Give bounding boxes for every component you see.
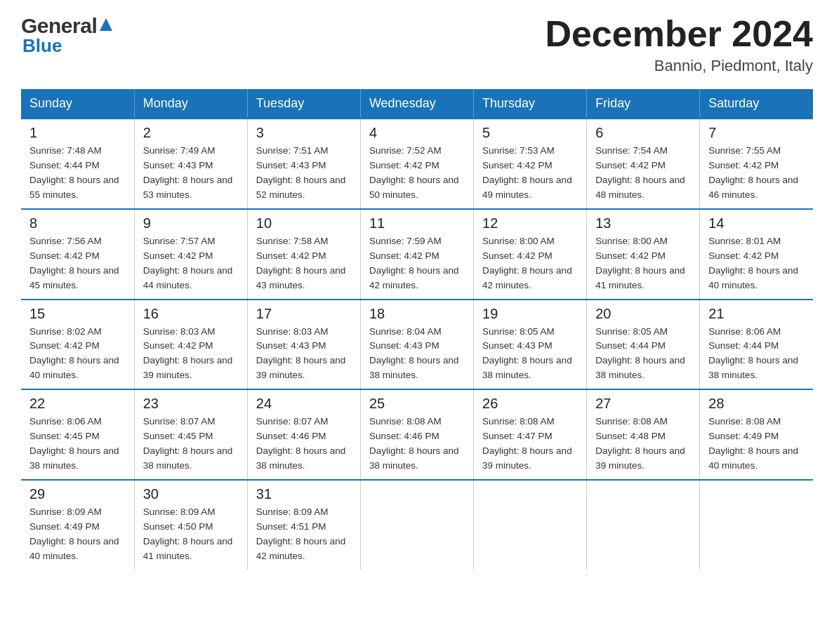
header-sunday: Sunday <box>21 89 134 119</box>
day-number: 25 <box>369 396 465 412</box>
day-info: Sunrise: 7:59 AM Sunset: 4:42 PM Dayligh… <box>369 234 465 293</box>
day-info: Sunrise: 8:06 AM Sunset: 4:45 PM Dayligh… <box>29 415 126 474</box>
table-row: 7 Sunrise: 7:55 AM Sunset: 4:42 PM Dayli… <box>700 119 813 209</box>
logo-flag-icon <box>97 20 114 33</box>
day-number: 3 <box>256 125 352 141</box>
day-info: Sunrise: 7:57 AM Sunset: 4:42 PM Dayligh… <box>143 234 239 293</box>
table-row: 24 Sunrise: 8:07 AM Sunset: 4:46 PM Dayl… <box>247 389 360 480</box>
day-info: Sunrise: 8:09 AM Sunset: 4:50 PM Dayligh… <box>143 505 239 564</box>
day-info: Sunrise: 8:07 AM Sunset: 4:45 PM Dayligh… <box>143 415 239 474</box>
table-row <box>360 480 473 570</box>
day-number: 13 <box>595 215 691 232</box>
day-info: Sunrise: 7:55 AM Sunset: 4:42 PM Dayligh… <box>708 144 805 203</box>
day-info: Sunrise: 7:49 AM Sunset: 4:43 PM Dayligh… <box>143 144 239 203</box>
day-info: Sunrise: 7:54 AM Sunset: 4:42 PM Dayligh… <box>595 144 691 203</box>
table-row <box>474 480 587 570</box>
day-number: 21 <box>708 306 805 322</box>
day-info: Sunrise: 8:08 AM Sunset: 4:48 PM Dayligh… <box>595 415 691 474</box>
day-number: 29 <box>29 486 126 502</box>
table-row: 27 Sunrise: 8:08 AM Sunset: 4:48 PM Dayl… <box>587 389 700 480</box>
day-info: Sunrise: 8:08 AM Sunset: 4:47 PM Dayligh… <box>482 415 578 474</box>
day-number: 28 <box>708 396 805 412</box>
table-row: 10 Sunrise: 7:58 AM Sunset: 4:42 PM Dayl… <box>247 209 360 300</box>
day-number: 2 <box>143 125 239 141</box>
table-row: 26 Sunrise: 8:08 AM Sunset: 4:47 PM Dayl… <box>474 389 587 480</box>
table-row: 6 Sunrise: 7:54 AM Sunset: 4:42 PM Dayli… <box>587 119 700 209</box>
page-header: General Blue December 2024 Bannio, Piedm… <box>21 14 813 75</box>
day-number: 30 <box>143 486 239 502</box>
table-row: 5 Sunrise: 7:53 AM Sunset: 4:42 PM Dayli… <box>474 119 587 209</box>
day-info: Sunrise: 8:03 AM Sunset: 4:43 PM Dayligh… <box>256 325 352 384</box>
day-info: Sunrise: 7:48 AM Sunset: 4:44 PM Dayligh… <box>29 144 126 203</box>
day-info: Sunrise: 7:58 AM Sunset: 4:42 PM Dayligh… <box>256 234 352 293</box>
day-info: Sunrise: 8:01 AM Sunset: 4:42 PM Dayligh… <box>708 234 805 293</box>
table-row <box>700 480 813 570</box>
location-text: Bannio, Piedmont, Italy <box>545 57 813 75</box>
table-row: 14 Sunrise: 8:01 AM Sunset: 4:42 PM Dayl… <box>700 209 813 300</box>
day-info: Sunrise: 7:53 AM Sunset: 4:42 PM Dayligh… <box>482 144 578 203</box>
day-number: 20 <box>595 306 691 322</box>
table-row: 25 Sunrise: 8:08 AM Sunset: 4:46 PM Dayl… <box>360 389 473 480</box>
svg-marker-0 <box>100 18 112 31</box>
table-row: 23 Sunrise: 8:07 AM Sunset: 4:45 PM Dayl… <box>134 389 247 480</box>
title-block: December 2024 Bannio, Piedmont, Italy <box>545 14 813 75</box>
day-number: 19 <box>482 306 578 322</box>
day-info: Sunrise: 8:08 AM Sunset: 4:46 PM Dayligh… <box>369 415 465 474</box>
day-info: Sunrise: 8:05 AM Sunset: 4:44 PM Dayligh… <box>595 325 691 384</box>
table-row <box>587 480 700 570</box>
table-row: 15 Sunrise: 8:02 AM Sunset: 4:42 PM Dayl… <box>21 300 134 390</box>
day-number: 12 <box>482 215 578 232</box>
header-saturday: Saturday <box>700 89 813 119</box>
table-row: 21 Sunrise: 8:06 AM Sunset: 4:44 PM Dayl… <box>700 300 813 390</box>
table-row: 4 Sunrise: 7:52 AM Sunset: 4:42 PM Dayli… <box>360 119 473 209</box>
table-row: 19 Sunrise: 8:05 AM Sunset: 4:43 PM Dayl… <box>474 300 587 390</box>
day-info: Sunrise: 8:04 AM Sunset: 4:43 PM Dayligh… <box>369 325 465 384</box>
day-number: 7 <box>708 125 805 141</box>
day-number: 18 <box>369 306 465 322</box>
day-number: 31 <box>256 486 352 502</box>
day-number: 4 <box>369 125 465 141</box>
day-info: Sunrise: 8:00 AM Sunset: 4:42 PM Dayligh… <box>482 234 578 293</box>
day-info: Sunrise: 8:07 AM Sunset: 4:46 PM Dayligh… <box>256 415 352 474</box>
calendar-table: Sunday Monday Tuesday Wednesday Thursday… <box>21 89 813 569</box>
table-row: 9 Sunrise: 7:57 AM Sunset: 4:42 PM Dayli… <box>134 209 247 300</box>
day-info: Sunrise: 8:00 AM Sunset: 4:42 PM Dayligh… <box>595 234 691 293</box>
calendar-body: 1 Sunrise: 7:48 AM Sunset: 4:44 PM Dayli… <box>21 119 813 569</box>
logo-blue-text: Blue <box>22 35 62 56</box>
table-row: 18 Sunrise: 8:04 AM Sunset: 4:43 PM Dayl… <box>360 300 473 390</box>
table-row: 29 Sunrise: 8:09 AM Sunset: 4:49 PM Dayl… <box>21 480 134 570</box>
header-wednesday: Wednesday <box>360 89 473 119</box>
day-info: Sunrise: 7:52 AM Sunset: 4:42 PM Dayligh… <box>369 144 465 203</box>
day-info: Sunrise: 8:02 AM Sunset: 4:42 PM Dayligh… <box>29 325 126 384</box>
header-monday: Monday <box>134 89 247 119</box>
calendar-header: Sunday Monday Tuesday Wednesday Thursday… <box>21 89 813 119</box>
day-info: Sunrise: 8:08 AM Sunset: 4:49 PM Dayligh… <box>708 415 805 474</box>
day-number: 9 <box>143 215 239 232</box>
table-row: 16 Sunrise: 8:03 AM Sunset: 4:42 PM Dayl… <box>134 300 247 390</box>
day-number: 23 <box>143 396 239 412</box>
table-row: 22 Sunrise: 8:06 AM Sunset: 4:45 PM Dayl… <box>21 389 134 480</box>
day-number: 26 <box>482 396 578 412</box>
table-row: 30 Sunrise: 8:09 AM Sunset: 4:50 PM Dayl… <box>134 480 247 570</box>
day-number: 27 <box>595 396 691 412</box>
day-info: Sunrise: 8:03 AM Sunset: 4:42 PM Dayligh… <box>143 325 239 384</box>
day-number: 16 <box>143 306 239 322</box>
table-row: 11 Sunrise: 7:59 AM Sunset: 4:42 PM Dayl… <box>360 209 473 300</box>
day-number: 10 <box>256 215 352 232</box>
day-info: Sunrise: 8:09 AM Sunset: 4:49 PM Dayligh… <box>29 505 126 564</box>
logo-general-text: General <box>21 14 97 38</box>
day-info: Sunrise: 7:51 AM Sunset: 4:43 PM Dayligh… <box>256 144 352 203</box>
header-tuesday: Tuesday <box>247 89 360 119</box>
table-row: 3 Sunrise: 7:51 AM Sunset: 4:43 PM Dayli… <box>247 119 360 209</box>
table-row: 31 Sunrise: 8:09 AM Sunset: 4:51 PM Dayl… <box>247 480 360 570</box>
table-row: 28 Sunrise: 8:08 AM Sunset: 4:49 PM Dayl… <box>700 389 813 480</box>
table-row: 12 Sunrise: 8:00 AM Sunset: 4:42 PM Dayl… <box>474 209 587 300</box>
day-number: 24 <box>256 396 352 412</box>
day-info: Sunrise: 8:06 AM Sunset: 4:44 PM Dayligh… <box>708 325 805 384</box>
day-number: 14 <box>708 215 805 232</box>
header-thursday: Thursday <box>474 89 587 119</box>
table-row: 2 Sunrise: 7:49 AM Sunset: 4:43 PM Dayli… <box>134 119 247 209</box>
day-number: 8 <box>29 215 126 232</box>
table-row: 13 Sunrise: 8:00 AM Sunset: 4:42 PM Dayl… <box>587 209 700 300</box>
logo: General Blue <box>21 14 114 57</box>
